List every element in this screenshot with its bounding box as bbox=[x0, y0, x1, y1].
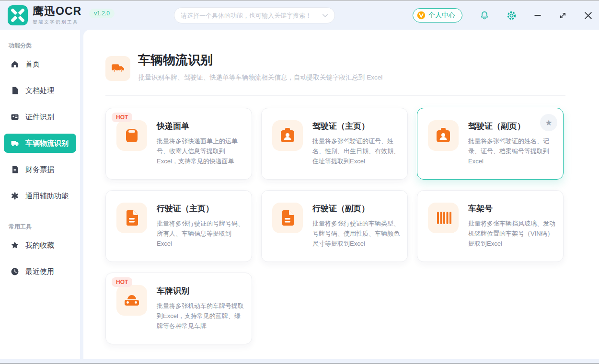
card-body: 车牌识别 批量将多张机动车的车牌号提取到Excel，支持常见的蓝牌、绿牌等各种常… bbox=[157, 285, 244, 331]
feature-card-drivers-license-main[interactable]: 驾驶证（主页） 批量将多张驾驶证的证号、姓名、性别、出生日期、有效期、住址等提取… bbox=[261, 108, 408, 180]
card-icon-box bbox=[428, 120, 459, 151]
app-window: { "colors": { "accent_teal": "#16bda4", … bbox=[0, 0, 599, 364]
sidebar-item-general-tools[interactable]: 通用辅助功能 bbox=[4, 186, 76, 205]
sidebar-item-favorites[interactable]: 我的收藏 bbox=[4, 236, 76, 255]
card-description: 批量将多张行驶证的号牌号码、所有人、车辆信息等提取到Excel bbox=[157, 218, 244, 249]
feature-card-vin[interactable]: 车架号 批量将多张车辆挡风玻璃、发动机铭牌位置的车架号（VIN码）提取到Exce… bbox=[417, 190, 564, 262]
card-title: 快递面单 bbox=[157, 121, 244, 132]
id-card-icon bbox=[11, 113, 19, 121]
car-icon bbox=[122, 291, 141, 310]
gear-icon bbox=[507, 11, 517, 21]
feature-card-drivers-license-second[interactable]: ★ 驾驶证（副页） 批量将多张驾驶证的姓名、记录、证号、档案编号等提取到Exce… bbox=[417, 108, 564, 180]
card-body: 车架号 批量将多张车辆挡风玻璃、发动机铭牌位置的车架号（VIN码）提取到Exce… bbox=[468, 203, 555, 249]
card-body: 行驶证（主页） 批量将多张行驶证的号牌号码、所有人、车辆信息等提取到Excel bbox=[157, 203, 244, 249]
user-center-label: 个人中心 bbox=[428, 11, 455, 20]
feature-card-vehicle-license-second[interactable]: 行驶证（副页） 批量将多张行驶证的车辆类型、号牌号码、使用性质、车辆颜色尺寸等提… bbox=[261, 190, 408, 262]
card-title: 驾驶证（主页） bbox=[312, 121, 400, 132]
app-logo bbox=[8, 5, 28, 25]
sidebar-item-label: 证件识别 bbox=[25, 113, 54, 122]
app-subtitle: 智能文字识别工具 bbox=[33, 19, 81, 25]
user-center-button[interactable]: 个人中心 bbox=[413, 8, 462, 23]
sidebar-item-documents[interactable]: 文档处理 bbox=[4, 81, 76, 100]
card-description: 批量将多张行驶证的车辆类型、号牌号码、使用性质、车辆颜色尺寸等提取到Excel bbox=[312, 218, 400, 249]
settings-button[interactable] bbox=[507, 11, 517, 21]
brand-block: 鹰迅OCR 智能文字识别工具 bbox=[33, 5, 81, 25]
function-search[interactable] bbox=[174, 7, 335, 23]
vin-bars-icon bbox=[434, 208, 453, 228]
document-icon bbox=[11, 86, 19, 95]
feature-card-grid: HOT 快递面单 批量将多张快递面单上的运单号、收寄人信息等提取到Excel，支… bbox=[105, 108, 564, 344]
card-description: 批量将多张车辆挡风玻璃、发动机铭牌位置的车架号（VIN码）提取到Excel bbox=[468, 218, 555, 249]
card-title: 车架号 bbox=[468, 203, 555, 214]
chevron-down-icon[interactable] bbox=[322, 12, 328, 19]
card-body: 快递面单 批量将多张快递面单上的运单号、收寄人信息等提取到Excel，支持常见的… bbox=[157, 121, 244, 166]
minimize-icon bbox=[534, 11, 541, 19]
bell-icon bbox=[480, 11, 489, 20]
vip-badge-icon bbox=[417, 11, 426, 20]
category-icon-box bbox=[105, 56, 130, 81]
document-icon bbox=[278, 208, 297, 228]
sidebar-item-label: 最近使用 bbox=[25, 267, 54, 276]
sidebar-item-label: 首页 bbox=[25, 60, 40, 69]
receipt-icon bbox=[11, 165, 19, 174]
sidebar-item-label: 财务票据 bbox=[25, 165, 54, 174]
document-icon bbox=[122, 208, 141, 228]
page-title: 车辆物流识别 bbox=[138, 52, 213, 68]
page-subtitle: 批量识别车牌、驾驶证、快递单等车辆物流相关信息，自动提取关键字段汇总到 Exce… bbox=[138, 73, 382, 82]
sidebar-item-home[interactable]: 首页 bbox=[4, 55, 76, 74]
star-icon bbox=[11, 241, 19, 250]
card-body: 驾驶证（副页） 批量将多张驾驶证的姓名、记录、证号、档案编号等提取到Excel bbox=[468, 121, 555, 166]
sidebar-section-title: 功能分类 bbox=[9, 42, 80, 50]
app-title: 鹰迅OCR bbox=[33, 5, 81, 17]
sidebar-item-recent[interactable]: 最近使用 bbox=[4, 262, 76, 281]
id-badge-icon bbox=[278, 126, 297, 145]
card-body: 行驶证（副页） 批量将多张行驶证的车辆类型、号牌号码、使用性质、车辆颜色尺寸等提… bbox=[312, 203, 400, 249]
search-input[interactable] bbox=[181, 12, 322, 19]
sidebar-item-id-recognition[interactable]: 证件识别 bbox=[4, 107, 76, 126]
card-title: 行驶证（主页） bbox=[157, 203, 244, 214]
card-title: 车牌识别 bbox=[157, 285, 244, 296]
sidebar-item-label: 我的收藏 bbox=[25, 241, 54, 250]
hot-badge: HOT bbox=[112, 113, 132, 122]
card-icon-box bbox=[272, 120, 303, 151]
feature-card-license-plate[interactable]: HOT 车牌识别 批量将多张机动车的车牌号提取到Excel，支持常见的蓝牌、绿牌… bbox=[105, 273, 252, 344]
card-icon-box bbox=[116, 120, 147, 151]
close-button[interactable] bbox=[584, 11, 592, 20]
sidebar: 功能分类 首页 文档处理 证件识别 车辆物流识别 bbox=[0, 30, 80, 359]
main-panel: 车辆物流识别 批量识别车牌、驾驶证、快递单等车辆物流相关信息，自动提取关键字段汇… bbox=[83, 30, 599, 359]
hot-badge: HOT bbox=[112, 277, 132, 287]
topbar-actions: 个人中心 bbox=[413, 1, 592, 30]
close-icon bbox=[584, 11, 592, 20]
sidebar-item-financial-receipts[interactable]: 财务票据 bbox=[4, 160, 76, 179]
truck-icon bbox=[11, 139, 19, 148]
header-divider bbox=[105, 95, 565, 96]
id-badge-icon bbox=[434, 126, 453, 145]
feature-card-vehicle-license-main[interactable]: 行驶证（主页） 批量将多张行驶证的号牌号码、所有人、车辆信息等提取到Excel bbox=[105, 190, 252, 262]
notifications-button[interactable] bbox=[480, 11, 489, 20]
card-description: 批量将多张机动车的车牌号提取到Excel，支持常见的蓝牌、绿牌等各种常见车牌 bbox=[157, 301, 244, 331]
card-title: 行驶证（副页） bbox=[312, 203, 400, 214]
parcel-icon bbox=[122, 126, 141, 145]
sidebar-item-label: 车辆物流识别 bbox=[25, 139, 69, 148]
version-badge: v1.2.0 bbox=[89, 9, 115, 18]
settings-flower-icon bbox=[11, 192, 19, 200]
card-body: 驾驶证（主页） 批量将多张驾驶证的证号、姓名、性别、出生日期、有效期、住址等提取… bbox=[312, 121, 400, 166]
card-description: 批量将多张驾驶证的姓名、记录、证号、档案编号等提取到Excel bbox=[468, 136, 555, 166]
card-icon-box bbox=[272, 203, 303, 233]
feature-card-express-waybill[interactable]: HOT 快递面单 批量将多张快递面单上的运单号、收寄人信息等提取到Excel，支… bbox=[105, 108, 252, 180]
card-description: 批量将多张快递面单上的运单号、收寄人信息等提取到Excel，支持常见的快递面单 bbox=[157, 136, 244, 166]
truck-icon bbox=[110, 61, 126, 76]
sidebar-section-title: 常用工具 bbox=[9, 223, 80, 231]
sidebar-item-label: 文档处理 bbox=[25, 86, 54, 95]
card-icon-box bbox=[116, 203, 147, 233]
topbar: 鹰迅OCR 智能文字识别工具 v1.2.0 个人中心 bbox=[0, 1, 599, 30]
home-icon bbox=[11, 60, 19, 68]
sidebar-item-vehicle-logistics[interactable]: 车辆物流识别 bbox=[4, 134, 76, 153]
card-description: 批量将多张驾驶证的证号、姓名、性别、出生日期、有效期、住址等提取到Excel bbox=[312, 136, 400, 166]
card-icon-box bbox=[116, 285, 147, 316]
minimize-button[interactable] bbox=[534, 11, 541, 19]
resize-button[interactable] bbox=[559, 11, 567, 20]
card-icon-box bbox=[428, 203, 459, 233]
card-title: 驾驶证（副页） bbox=[468, 121, 555, 132]
clock-icon bbox=[11, 267, 19, 276]
